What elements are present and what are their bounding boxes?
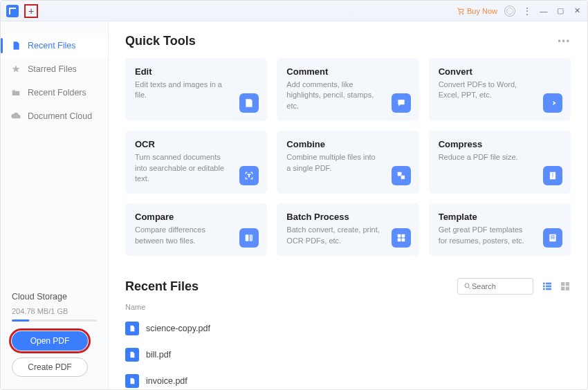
star-icon <box>10 64 21 75</box>
batch-icon <box>392 228 411 248</box>
svg-rect-11 <box>397 234 401 238</box>
main-content: Quick Tools ••• Edit Edit texts and imag… <box>109 21 587 389</box>
card-desc: Reduce a PDF file size. <box>439 152 561 162</box>
app-body: Recent Files Starred Files Recent Folder… <box>1 21 587 389</box>
svg-rect-27 <box>566 282 569 286</box>
create-pdf-button[interactable]: Create PDF <box>12 358 88 377</box>
title-bar: + Buy Now ⋮ — ▢ ✕ <box>1 1 587 21</box>
svg-rect-16 <box>551 236 555 236</box>
title-bar-right: Buy Now ⋮ — ▢ ✕ <box>457 6 582 17</box>
comment-icon <box>392 93 411 113</box>
card-combine[interactable]: Combine Combine multiple files into a si… <box>277 131 419 194</box>
card-ocr[interactable]: OCR Turn scanned documents into searchab… <box>125 131 267 194</box>
language-icon[interactable] <box>504 6 515 17</box>
new-tab-button[interactable]: + <box>24 4 38 18</box>
grid-view-icon[interactable] <box>560 281 571 292</box>
sidebar-item-document-cloud[interactable]: Document Cloud <box>1 104 108 128</box>
svg-rect-18 <box>551 239 555 239</box>
svg-rect-25 <box>546 288 551 290</box>
template-icon <box>543 228 562 248</box>
cart-icon <box>457 7 465 15</box>
file-icon <box>10 40 21 51</box>
card-compress[interactable]: Compress Reduce a PDF file size. <box>429 131 571 194</box>
file-name: bill.pdf <box>146 350 171 360</box>
svg-rect-22 <box>543 286 545 288</box>
app-logo-icon <box>6 5 19 17</box>
sidebar-item-recent-folders[interactable]: Recent Folders <box>1 81 108 104</box>
combine-icon <box>392 166 411 185</box>
card-title: Template <box>439 212 561 222</box>
file-name: invoice.pdf <box>146 376 187 386</box>
card-batch-process[interactable]: Batch Process Batch convert, create, pri… <box>277 203 419 256</box>
column-header-name: Name <box>125 303 571 311</box>
quick-tools-grid: Edit Edit texts and images in a file. Co… <box>125 58 571 256</box>
sidebar-nav: Recent Files Starred Files Recent Folder… <box>1 21 108 292</box>
convert-icon <box>543 93 562 113</box>
sidebar: Recent Files Starred Files Recent Folder… <box>1 21 109 389</box>
svg-rect-28 <box>561 287 564 290</box>
cloud-icon <box>10 111 21 122</box>
card-title: Compare <box>135 212 257 222</box>
sidebar-item-label: Recent Files <box>28 41 75 50</box>
recent-files-header: Recent Files <box>125 278 571 295</box>
more-menu-icon[interactable]: ⋮ <box>522 6 532 17</box>
buy-now-label: Buy Now <box>467 7 497 15</box>
sidebar-item-label: Recent Folders <box>28 88 86 98</box>
svg-rect-15 <box>549 234 555 242</box>
cloud-storage-fill <box>12 319 29 322</box>
card-title: Edit <box>135 66 257 77</box>
card-edit[interactable]: Edit Edit texts and images in a file. <box>125 58 267 121</box>
sidebar-item-label: Document Cloud <box>28 111 92 121</box>
sidebar-item-label: Starred Files <box>28 64 77 74</box>
quick-tools-more-icon[interactable]: ••• <box>558 37 571 46</box>
minimize-button[interactable]: — <box>539 7 549 15</box>
card-title: Batch Process <box>286 212 409 222</box>
svg-rect-14 <box>401 239 405 242</box>
pdf-file-icon <box>125 322 139 335</box>
svg-rect-29 <box>566 287 569 290</box>
file-row[interactable]: bill.pdf <box>125 342 571 368</box>
sidebar-bottom: Cloud Storage 204.78 MB/1 GB Open PDF Cr… <box>1 292 108 389</box>
svg-rect-21 <box>546 283 551 285</box>
svg-rect-24 <box>543 288 545 290</box>
card-convert[interactable]: Convert Convert PDFs to Word, Excel, PPT… <box>429 58 571 121</box>
svg-point-1 <box>462 13 463 15</box>
svg-rect-17 <box>551 237 555 238</box>
svg-rect-4 <box>247 103 250 104</box>
sidebar-item-recent-files[interactable]: Recent Files <box>1 34 108 57</box>
svg-rect-20 <box>543 283 545 285</box>
view-toggle <box>542 281 571 292</box>
list-view-icon[interactable] <box>542 281 553 292</box>
cloud-storage-bar <box>12 319 97 322</box>
card-compare[interactable]: Compare Compare differences between two … <box>125 203 267 256</box>
maximize-button[interactable]: ▢ <box>555 6 565 15</box>
pdf-file-icon <box>125 374 139 388</box>
card-title: Comment <box>286 66 409 77</box>
card-title: Convert <box>439 66 561 77</box>
file-name: science-copy.pdf <box>146 324 210 333</box>
file-row[interactable]: science-copy.pdf <box>125 315 571 342</box>
quick-tools-header: Quick Tools ••• <box>125 34 571 48</box>
close-button[interactable]: ✕ <box>572 6 582 15</box>
svg-rect-23 <box>546 286 551 288</box>
quick-tools-title: Quick Tools <box>125 34 196 48</box>
buy-now-link[interactable]: Buy Now <box>457 7 497 15</box>
card-title: Combine <box>286 139 409 149</box>
card-title: OCR <box>135 139 257 149</box>
search-icon <box>463 282 472 290</box>
sidebar-item-starred-files[interactable]: Starred Files <box>1 57 108 81</box>
svg-rect-26 <box>561 282 564 286</box>
svg-rect-13 <box>397 239 401 242</box>
svg-rect-10 <box>250 235 253 241</box>
search-box[interactable] <box>457 278 533 295</box>
file-row[interactable]: invoice.pdf <box>125 368 571 389</box>
cloud-storage-title: Cloud Storage <box>12 292 97 301</box>
card-comment[interactable]: Comment Add comments, like highlights, p… <box>277 58 419 121</box>
svg-point-19 <box>465 284 469 288</box>
card-title: Compress <box>439 139 561 149</box>
card-template[interactable]: Template Get great PDF templates for res… <box>429 203 571 256</box>
svg-rect-3 <box>247 102 250 102</box>
edit-icon <box>239 93 259 113</box>
open-pdf-button[interactable]: Open PDF <box>12 331 88 351</box>
compress-icon <box>543 166 562 185</box>
